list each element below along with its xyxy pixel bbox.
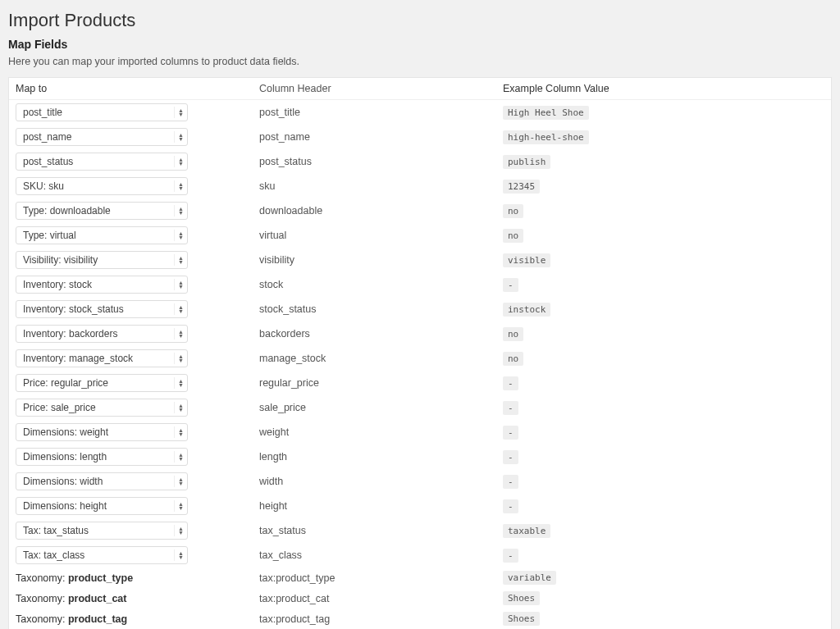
table-row: post_title▲▼post_titleHigh Heel Shoe — [9, 100, 831, 125]
map-select[interactable]: Price: regular_price▲▼ — [16, 374, 188, 392]
column-header-value: sale_price — [259, 402, 503, 413]
map-select-value: SKU: sku — [23, 180, 64, 192]
map-select-value: Inventory: manage_stock — [23, 353, 133, 364]
sort-arrows-icon: ▲▼ — [174, 476, 184, 487]
map-select[interactable]: Tax: tax_class▲▼ — [16, 546, 188, 564]
column-header-value: post_name — [259, 131, 503, 143]
table-row: Inventory: manage_stock▲▼manage_stockno — [9, 346, 831, 371]
example-value: Shoes — [503, 591, 540, 605]
table-row: Dimensions: weight▲▼weight- — [9, 420, 831, 444]
sort-arrows-icon: ▲▼ — [174, 549, 184, 561]
example-value: - — [503, 426, 518, 440]
sort-arrows-icon: ▲▼ — [174, 279, 184, 290]
map-select[interactable]: Inventory: manage_stock▲▼ — [16, 349, 188, 367]
table-row: Dimensions: height▲▼height- — [9, 494, 831, 518]
column-header-value: virtual — [259, 230, 503, 241]
col-header-header: Column Header — [259, 83, 503, 94]
example-value: visible — [503, 253, 550, 267]
column-header-value: stock — [259, 279, 503, 290]
map-select[interactable]: SKU: sku▲▼ — [16, 177, 188, 195]
column-header-value: width — [259, 476, 503, 487]
table-row: post_name▲▼post_namehigh-heel-shoe — [9, 125, 831, 149]
sort-arrows-icon: ▲▼ — [174, 328, 184, 340]
map-select-value: Inventory: stock_status — [23, 303, 124, 315]
table-row: Taxonomy: product_cattax:product_catShoe… — [9, 588, 831, 608]
sort-arrows-icon: ▲▼ — [174, 451, 184, 463]
sort-arrows-icon: ▲▼ — [174, 205, 184, 217]
map-select[interactable]: post_name▲▼ — [16, 128, 188, 146]
map-plain-label: Taxonomy: product_cat — [16, 593, 126, 604]
sort-arrows-icon: ▲▼ — [174, 353, 184, 364]
column-header-value: post_title — [259, 107, 503, 118]
map-select[interactable]: Price: sale_price▲▼ — [16, 399, 188, 417]
map-select[interactable]: Tax: tax_status▲▼ — [16, 522, 188, 540]
map-select-value: post_name — [23, 131, 71, 143]
column-header-value: sku — [259, 180, 503, 192]
example-value: no — [503, 204, 523, 218]
example-value: - — [503, 278, 518, 292]
map-select[interactable]: Type: downloadable▲▼ — [16, 202, 188, 220]
map-select-value: Price: sale_price — [23, 402, 96, 413]
table-row: Price: sale_price▲▼sale_price- — [9, 395, 831, 420]
example-value: - — [503, 376, 518, 390]
map-plain-label: Taxonomy: product_type — [16, 572, 133, 584]
map-select-value: Type: virtual — [23, 230, 76, 241]
sort-arrows-icon: ▲▼ — [174, 525, 184, 536]
sort-arrows-icon: ▲▼ — [174, 426, 184, 438]
column-header-value: visibility — [259, 254, 503, 266]
map-plain-label: Taxonomy: product_tag — [16, 613, 127, 625]
table-row: Tax: tax_class▲▼tax_class- — [9, 543, 831, 567]
example-value: no — [503, 352, 523, 366]
column-header-value: tax_class — [259, 549, 503, 561]
example-value: - — [503, 450, 518, 464]
example-value: 12345 — [503, 180, 540, 194]
sort-arrows-icon: ▲▼ — [174, 230, 184, 241]
column-header-value: downloadable — [259, 205, 503, 217]
example-value: no — [503, 327, 523, 341]
map-select[interactable]: post_status▲▼ — [16, 153, 188, 171]
map-select-value: post_status — [23, 156, 73, 167]
map-select-value: Inventory: backorders — [23, 328, 117, 340]
table-header-row: Map to Column Header Example Column Valu… — [9, 78, 831, 100]
map-select[interactable]: Inventory: backorders▲▼ — [16, 325, 188, 343]
sort-arrows-icon: ▲▼ — [174, 402, 184, 413]
example-value: instock — [503, 303, 550, 317]
table-row: Dimensions: length▲▼length- — [9, 444, 831, 469]
map-select[interactable]: Visibility: visibility▲▼ — [16, 251, 188, 269]
map-select[interactable]: Dimensions: width▲▼ — [16, 472, 188, 490]
column-header-value: tax:product_tag — [259, 613, 503, 625]
example-value: variable — [503, 571, 556, 585]
table-row: Inventory: backorders▲▼backordersno — [9, 321, 831, 346]
example-value: - — [503, 549, 518, 563]
example-value: high-heel-shoe — [503, 130, 589, 144]
map-select-value: Price: regular_price — [23, 377, 108, 389]
example-value: publish — [503, 155, 550, 169]
map-select[interactable]: Dimensions: length▲▼ — [16, 448, 188, 466]
table-row: Type: downloadable▲▼downloadableno — [9, 198, 831, 223]
table-row: Tax: tax_status▲▼tax_statustaxable — [9, 518, 831, 543]
map-select[interactable]: Type: virtual▲▼ — [16, 226, 188, 244]
sort-arrows-icon: ▲▼ — [174, 107, 184, 118]
table-row: post_status▲▼post_statuspublish — [9, 149, 831, 174]
table-row: Type: virtual▲▼virtualno — [9, 223, 831, 248]
col-header-mapto: Map to — [16, 83, 259, 94]
column-header-value: tax_status — [259, 525, 503, 536]
example-value: Shoes — [503, 612, 540, 626]
map-select-value: Tax: tax_status — [23, 525, 89, 536]
page-title: Import Products — [8, 10, 832, 31]
map-select[interactable]: Inventory: stock▲▼ — [16, 276, 188, 294]
sort-arrows-icon: ▲▼ — [174, 500, 184, 512]
map-select[interactable]: Inventory: stock_status▲▼ — [16, 300, 188, 318]
map-select-value: Dimensions: weight — [23, 426, 108, 438]
map-select-value: Visibility: visibility — [23, 254, 98, 266]
map-select[interactable]: Dimensions: height▲▼ — [16, 497, 188, 515]
sort-arrows-icon: ▲▼ — [174, 303, 184, 315]
map-select-value: Tax: tax_class — [23, 549, 84, 561]
map-select[interactable]: Dimensions: weight▲▼ — [16, 423, 188, 441]
table-row: Taxonomy: product_typetax:product_typeva… — [9, 567, 831, 588]
map-select[interactable]: post_title▲▼ — [16, 103, 188, 121]
table-row: Price: regular_price▲▼regular_price- — [9, 371, 831, 395]
column-header-value: height — [259, 500, 503, 512]
section-intro: Here you can map your imported columns t… — [8, 56, 832, 67]
table-row: Dimensions: width▲▼width- — [9, 469, 831, 494]
